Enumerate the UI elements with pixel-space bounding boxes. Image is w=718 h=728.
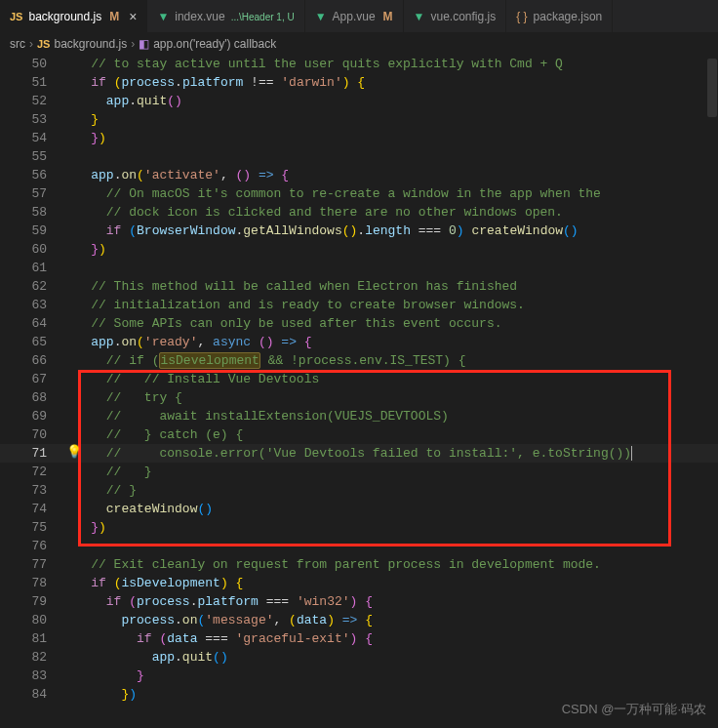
code-line[interactable]: 65 app.on('ready', async () => {: [0, 333, 718, 351]
code-line[interactable]: 81 if (data === 'graceful-exit') {: [0, 629, 718, 648]
code-line[interactable]: 62 // This method will be called when El…: [0, 277, 718, 296]
tab-label: package.json: [534, 10, 603, 23]
line-content[interactable]: if (data === 'graceful-exit') {: [60, 629, 718, 648]
code-line[interactable]: 67 // // Install Vue Devtools: [0, 370, 718, 388]
line-content[interactable]: // This method will be called when Elect…: [60, 277, 718, 296]
line-content[interactable]: app.on('ready', async () => {: [60, 333, 718, 351]
lightbulb-icon[interactable]: 💡: [66, 444, 82, 460]
line-content[interactable]: [60, 147, 718, 166]
code-line[interactable]: 80 process.on('message', (data) => {: [0, 611, 718, 629]
line-content[interactable]: // initialization and is ready to create…: [60, 296, 718, 314]
js-icon: JS: [10, 11, 22, 22]
code-line[interactable]: 72 // }: [0, 463, 718, 481]
line-content[interactable]: createWindow(): [60, 500, 718, 518]
code-line[interactable]: 56 app.on('activate', () => {: [0, 166, 718, 184]
editor-tab[interactable]: ▼index.vue...\Header 1, U: [147, 0, 304, 33]
code-line[interactable]: 50 // to stay active until the user quit…: [0, 55, 718, 73]
code-line[interactable]: 58 // dock icon is clicked and there are…: [0, 203, 718, 222]
vue-icon: ▼: [157, 10, 169, 23]
line-content[interactable]: // await installExtension(VUEJS_DEVTOOLS…: [60, 407, 718, 425]
line-content[interactable]: }): [60, 240, 718, 259]
line-content[interactable]: // }: [60, 463, 718, 481]
code-line[interactable]: 78 if (isDevelopment) {: [0, 574, 718, 592]
line-number: 83: [0, 667, 60, 685]
editor-tab[interactable]: { }package.json: [506, 0, 613, 33]
code-line[interactable]: 71 // console.error('Vue Devtools failed…: [0, 444, 718, 463]
breadcrumb-item[interactable]: background.js: [54, 37, 127, 51]
line-number: 61: [0, 259, 60, 277]
code-line[interactable]: 60 }): [0, 240, 718, 259]
line-content[interactable]: // console.error('Vue Devtools failed to…: [60, 444, 718, 463]
line-content[interactable]: // On macOS it's common to re-create a w…: [60, 184, 718, 203]
line-content[interactable]: // to stay active until the user quits e…: [60, 55, 718, 73]
code-line[interactable]: 76: [0, 537, 718, 555]
line-content[interactable]: app.on('activate', () => {: [60, 166, 718, 184]
line-content[interactable]: }): [60, 129, 718, 147]
editor-tab[interactable]: ▼App.vueM: [305, 0, 404, 33]
code-line[interactable]: 52 app.quit(): [0, 92, 718, 110]
code-line[interactable]: 66 // if (isDevelopment && !process.env.…: [0, 351, 718, 370]
code-line[interactable]: 55: [0, 147, 718, 166]
line-content[interactable]: // } catch (e) {: [60, 425, 718, 444]
code-line[interactable]: 82 app.quit(): [0, 648, 718, 667]
code-line[interactable]: 53 }: [0, 110, 718, 129]
code-line[interactable]: 70 // } catch (e) {: [0, 425, 718, 444]
line-content[interactable]: }): [60, 518, 718, 537]
line-number: 77: [0, 555, 60, 574]
line-content[interactable]: [60, 259, 718, 277]
line-number: 57: [0, 184, 60, 203]
line-number: 67: [0, 370, 60, 388]
line-content[interactable]: if (process.platform === 'win32') {: [60, 592, 718, 611]
line-number: 69: [0, 407, 60, 425]
code-line[interactable]: 83 }: [0, 667, 718, 685]
close-icon[interactable]: ×: [129, 9, 137, 24]
line-content[interactable]: if (isDevelopment) {: [60, 574, 718, 592]
line-content[interactable]: }: [60, 667, 718, 685]
line-number: 65: [0, 333, 60, 351]
line-content[interactable]: process.on('message', (data) => {: [60, 611, 718, 629]
line-content[interactable]: // Exit cleanly on request from parent p…: [60, 555, 718, 574]
code-line[interactable]: 51 if (process.platform !== 'darwin') {: [0, 73, 718, 92]
code-line[interactable]: 77 // Exit cleanly on request from paren…: [0, 555, 718, 574]
tab-label: App.vue: [333, 10, 376, 23]
editor-tab[interactable]: JSbackground.jsM×: [0, 0, 147, 33]
line-content[interactable]: app.quit(): [60, 92, 718, 110]
line-number: 78: [0, 574, 60, 592]
tab-label: index.vue: [175, 10, 224, 23]
code-line[interactable]: 61: [0, 259, 718, 277]
breadcrumb-item[interactable]: app.on('ready') callback: [153, 37, 276, 51]
code-line[interactable]: 68 // try {: [0, 388, 718, 407]
line-number: 82: [0, 648, 60, 667]
code-line[interactable]: 79 if (process.platform === 'win32') {: [0, 592, 718, 611]
code-line[interactable]: 57 // On macOS it's common to re-create …: [0, 184, 718, 203]
code-line[interactable]: 64 // Some APIs can only be used after t…: [0, 314, 718, 333]
line-content[interactable]: }: [60, 110, 718, 129]
line-content[interactable]: [60, 537, 718, 555]
breadcrumb[interactable]: src › JS background.js › ◧ app.on('ready…: [0, 33, 718, 55]
code-line[interactable]: 73 // }: [0, 481, 718, 500]
code-line[interactable]: 75 }): [0, 518, 718, 537]
line-content[interactable]: app.quit(): [60, 648, 718, 667]
vertical-scrollbar[interactable]: [707, 59, 717, 117]
code-editor[interactable]: 50 // to stay active until the user quit…: [0, 55, 718, 704]
code-line[interactable]: 59 if (BrowserWindow.getAllWindows().len…: [0, 222, 718, 240]
watermark-text: CSDN @一万种可能·码农: [562, 701, 706, 718]
line-content[interactable]: // dock icon is clicked and there are no…: [60, 203, 718, 222]
breadcrumb-item[interactable]: src: [10, 37, 25, 51]
code-line[interactable]: 63 // initialization and is ready to cre…: [0, 296, 718, 314]
code-line[interactable]: 74 createWindow(): [0, 500, 718, 518]
modified-badge: M: [383, 10, 393, 23]
line-content[interactable]: // if (isDevelopment && !process.env.IS_…: [60, 351, 718, 370]
line-content[interactable]: // }: [60, 481, 718, 500]
code-line[interactable]: 69 // await installExtension(VUEJS_DEVTO…: [0, 407, 718, 425]
line-content[interactable]: if (BrowserWindow.getAllWindows().length…: [60, 222, 718, 240]
line-number: 54: [0, 129, 60, 147]
code-line[interactable]: 54 }): [0, 129, 718, 147]
tab-sublabel: ...\Header 1, U: [231, 12, 295, 22]
line-content[interactable]: // // Install Vue Devtools: [60, 370, 718, 388]
editor-tab[interactable]: ▼vue.config.js: [404, 0, 507, 33]
vue-icon: ▼: [315, 10, 327, 23]
line-content[interactable]: // Some APIs can only be used after this…: [60, 314, 718, 333]
line-content[interactable]: if (process.platform !== 'darwin') {: [60, 73, 718, 92]
line-content[interactable]: // try {: [60, 388, 718, 407]
